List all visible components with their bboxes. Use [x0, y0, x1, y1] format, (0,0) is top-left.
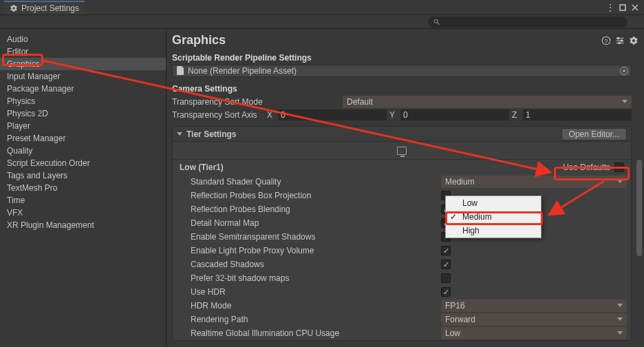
option-label: Use HDR — [191, 287, 441, 297]
sortaxis-y[interactable] — [400, 109, 509, 120]
option-checkbox[interactable] — [441, 260, 451, 269]
settings-sliders-icon[interactable] — [615, 36, 625, 45]
shader-quality-popup: Low✓MediumHigh — [445, 196, 541, 238]
open-editor-button[interactable]: Open Editor... — [561, 128, 627, 140]
popup-item[interactable]: Low — [446, 196, 541, 210]
svg-rect-0 — [620, 5, 625, 10]
scrollbar-vertical[interactable] — [635, 160, 643, 347]
content-panel: Graphics ? Scriptable Render Pipeline Se… — [167, 29, 644, 347]
gear-icon — [10, 4, 18, 12]
tier-option-row: Realtime Global Illumination CPU UsageLo… — [173, 326, 631, 340]
sidebar-item-quality[interactable]: Quality — [0, 145, 166, 157]
svg-text:?: ? — [605, 37, 608, 44]
option-label: Reflection Probes Box Projection — [191, 191, 441, 200]
option-checkbox[interactable] — [441, 273, 451, 283]
tier-option-row: Enable Light Probe Proxy Volume — [173, 244, 631, 257]
sidebar-item-package-manager[interactable]: Package Manager — [0, 83, 166, 95]
option-label: Enable Light Probe Proxy Volume — [191, 246, 441, 255]
sidebar-item-time[interactable]: Time — [0, 194, 166, 207]
sortmode-dropdown[interactable]: Default — [343, 96, 632, 108]
popup-item[interactable]: ✓Medium — [446, 210, 541, 224]
sidebar-item-tags-and-layers[interactable]: Tags and Layers — [0, 169, 166, 182]
option-label: Enable Semitransparent Shadows — [191, 232, 441, 242]
sidebar-item-graphics[interactable]: Graphics — [0, 58, 166, 70]
popup-item[interactable]: High — [446, 224, 541, 238]
sidebar-item-audio[interactable]: Audio — [0, 33, 166, 45]
help-icon[interactable]: ? — [601, 36, 611, 45]
tier-option-row: Enable Semitransparent Shadows — [173, 230, 631, 244]
sidebar-item-xr-plugin-management[interactable]: XR Plugin Management — [0, 219, 166, 231]
tier-option-row: Detail Normal Map — [173, 216, 631, 230]
tier-option-row: Use HDR — [173, 285, 631, 299]
tier-settings-panel: Tier Settings Open Editor... Low (Tier1)… — [172, 126, 632, 341]
option-label: Detail Normal Map — [191, 218, 441, 228]
sidebar-item-player[interactable]: Player — [0, 120, 166, 132]
use-defaults-control[interactable]: Use Defaults — [560, 161, 627, 174]
close-icon[interactable] — [630, 3, 640, 12]
maximize-icon[interactable] — [618, 3, 627, 12]
option-label: Standard Shader Quality — [191, 177, 441, 187]
srp-heading: Scriptable Render Pipeline Settings — [167, 50, 644, 64]
sortaxis-x[interactable] — [278, 109, 387, 120]
option-dropdown[interactable]: FP16 — [441, 299, 627, 312]
option-dropdown[interactable]: Medium — [441, 176, 627, 188]
sidebar-item-vfx[interactable]: VFX — [0, 207, 166, 219]
sortmode-label: Transparency Sort Mode — [172, 97, 343, 107]
option-dropdown[interactable]: Low — [441, 327, 627, 339]
gear-icon[interactable] — [629, 36, 638, 45]
camera-heading: Camera Settings — [167, 81, 644, 95]
option-checkbox[interactable] — [441, 246, 451, 255]
sidebar-item-script-execution-order[interactable]: Script Execution Order — [0, 157, 166, 169]
sidebar: AudioEditorGraphicsInput ManagerPackage … — [0, 29, 167, 347]
file-icon — [177, 66, 184, 75]
toolbar-row — [0, 15, 644, 29]
tier-option-row: HDR ModeFP16 — [173, 299, 631, 313]
option-label: Rendering Path — [191, 315, 441, 324]
sidebar-item-preset-manager[interactable]: Preset Manager — [0, 132, 166, 145]
option-label: HDR Mode — [191, 301, 441, 311]
search-input[interactable] — [428, 17, 627, 28]
sidebar-item-physics[interactable]: Physics — [0, 95, 166, 107]
svg-point-11 — [621, 39, 623, 41]
svg-point-10 — [617, 37, 619, 39]
window-menu-icon[interactable]: ⋮ — [605, 3, 615, 12]
svg-point-3 — [434, 19, 438, 23]
sidebar-item-textmesh-pro[interactable]: TextMesh Pro — [0, 182, 166, 194]
option-label: Reflection Probes Blending — [191, 204, 441, 214]
svg-point-12 — [619, 42, 621, 44]
window-tab[interactable]: Project Settings — [4, 1, 85, 14]
tier-option-row: Reflection Probes Blending — [173, 202, 631, 216]
tier-option-row: Rendering PathForward — [173, 313, 631, 326]
tier-platform-tab[interactable] — [173, 142, 631, 160]
search-icon — [433, 19, 440, 25]
svg-line-4 — [438, 22, 440, 24]
sidebar-item-input-manager[interactable]: Input Manager — [0, 70, 166, 83]
option-checkbox[interactable] — [441, 287, 451, 297]
titlebar: Project Settings ⋮ — [0, 0, 644, 15]
tier-option-row: Reflection Probes Box Projection — [173, 189, 631, 202]
sidebar-item-physics-2d[interactable]: Physics 2D — [0, 107, 166, 120]
option-label: Cascaded Shadows — [191, 260, 441, 269]
srp-asset-field[interactable]: None (Render Pipeline Asset) — [172, 65, 632, 77]
foldout-icon[interactable] — [177, 132, 182, 136]
tier-option-row: Standard Shader QualityMedium — [173, 175, 631, 189]
tier-option-row: Cascaded Shadows — [173, 257, 631, 271]
sortaxis-label: Transparency Sort Axis — [172, 110, 264, 120]
sidebar-item-editor[interactable]: Editor — [0, 45, 166, 58]
sortaxis-z[interactable] — [523, 109, 632, 120]
tier-group-label: Low (Tier1) — [180, 162, 560, 172]
monitor-icon — [397, 147, 407, 155]
option-label: Prefer 32-bit shadow maps — [191, 273, 441, 283]
tier-heading: Tier Settings — [186, 129, 561, 139]
use-defaults-checkbox[interactable] — [614, 162, 624, 172]
tier-option-row: Prefer 32-bit shadow maps — [173, 271, 631, 285]
page-title: Graphics — [172, 33, 597, 48]
object-picker-icon[interactable] — [620, 67, 628, 75]
check-icon: ✓ — [450, 212, 457, 222]
option-label: Realtime Global Illumination CPU Usage — [191, 328, 441, 338]
window-title: Project Settings — [21, 3, 79, 13]
option-dropdown[interactable]: Forward — [441, 313, 627, 326]
